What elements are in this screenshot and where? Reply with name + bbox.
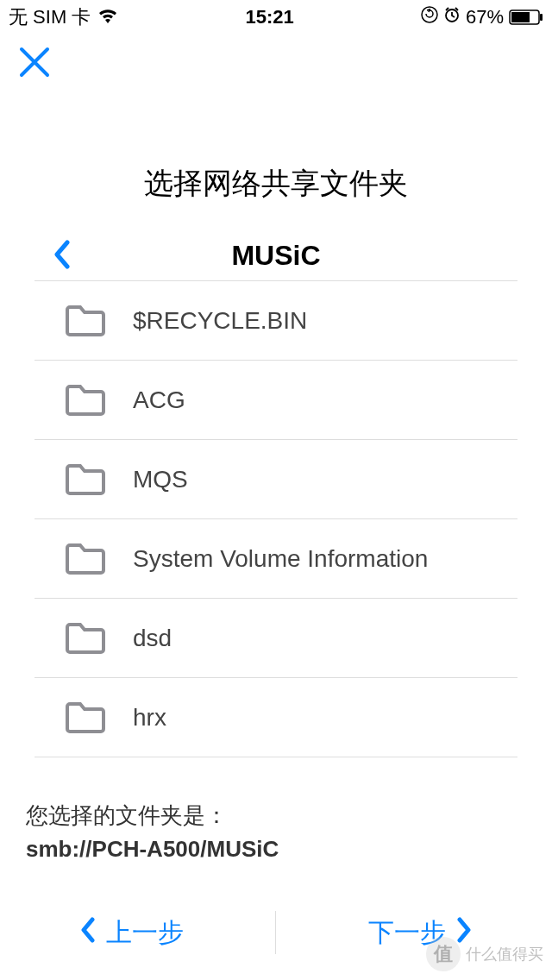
wifi-icon xyxy=(97,6,118,28)
folder-label: $RECYCLE.BIN xyxy=(133,307,307,335)
folder-icon xyxy=(66,543,105,575)
close-button[interactable] xyxy=(16,45,53,83)
footer-divider xyxy=(275,911,276,954)
watermark: 值 什么值得买 xyxy=(426,937,543,971)
folder-label: MQS xyxy=(133,466,188,493)
folder-row[interactable]: System Volume Information xyxy=(34,519,518,599)
back-button[interactable] xyxy=(53,240,71,273)
svg-rect-4 xyxy=(540,14,543,21)
status-bar: 无 SIM 卡 15:21 67% xyxy=(0,0,552,35)
folder-label: dsd xyxy=(133,625,172,652)
watermark-text: 什么值得买 xyxy=(466,944,543,964)
folder-icon xyxy=(66,305,105,337)
selected-label: 您选择的文件夹是： xyxy=(26,799,552,832)
chevron-left-icon xyxy=(80,917,96,949)
svg-rect-3 xyxy=(511,12,530,22)
folder-row[interactable]: $RECYCLE.BIN xyxy=(34,281,518,361)
chevron-left-icon xyxy=(53,257,71,272)
folder-list: $RECYCLE.BIN ACG MQS System Volume Infor… xyxy=(34,281,518,757)
carrier-text: 无 SIM 卡 xyxy=(9,4,91,30)
close-icon xyxy=(18,46,51,82)
prev-button[interactable]: 上一步 xyxy=(80,915,184,951)
folder-icon xyxy=(66,701,105,734)
folder-label: ACG xyxy=(133,386,185,414)
prev-label: 上一步 xyxy=(106,915,184,951)
watermark-badge: 值 xyxy=(426,937,461,971)
folder-row[interactable]: MQS xyxy=(34,440,518,519)
status-left: 无 SIM 卡 xyxy=(9,4,118,30)
breadcrumb-current: MUSiC xyxy=(34,240,518,272)
folder-label: hrx xyxy=(133,704,166,732)
breadcrumb: MUSiC xyxy=(34,231,518,281)
folder-row[interactable]: ACG xyxy=(34,361,518,440)
folder-icon xyxy=(66,384,105,417)
status-right: 67% xyxy=(421,6,543,28)
folder-icon xyxy=(66,463,105,496)
folder-row[interactable]: hrx xyxy=(34,678,518,757)
status-time: 15:21 xyxy=(246,6,294,28)
page-title: 选择网络共享文件夹 xyxy=(0,164,552,204)
folder-icon xyxy=(66,622,105,655)
selected-path: smb://PCH-A500/MUSiC xyxy=(26,832,552,866)
battery-percent: 67% xyxy=(466,6,504,28)
folder-label: System Volume Information xyxy=(133,545,428,573)
folder-row[interactable]: dsd xyxy=(34,599,518,678)
alarm-icon xyxy=(443,6,461,28)
battery-icon xyxy=(509,9,543,25)
rotation-lock-icon xyxy=(421,6,438,28)
selected-folder-info: 您选择的文件夹是： smb://PCH-A500/MUSiC xyxy=(26,799,552,866)
